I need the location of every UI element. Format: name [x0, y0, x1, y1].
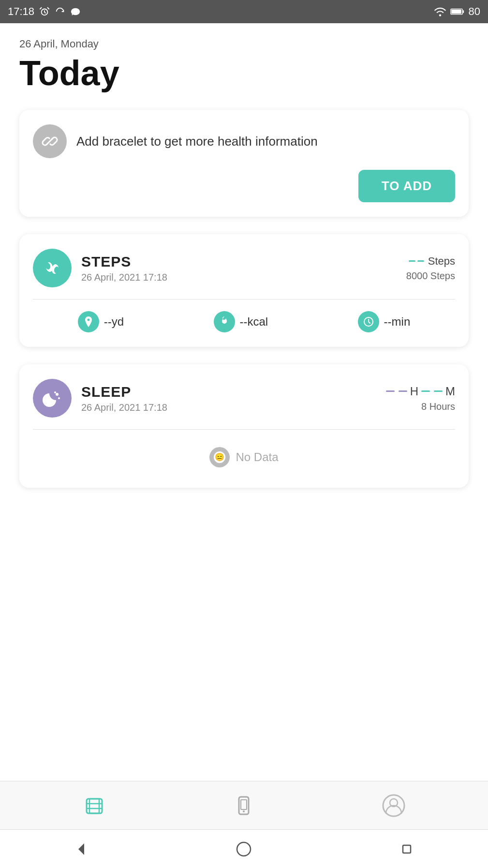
bracelet-card-top: Add bracelet to get more health informat… [33, 124, 455, 158]
sleep-card-header: SLEEP 26 April, 2021 17:18 H M 8 Hours [33, 379, 455, 418]
home-nav-icon [82, 793, 107, 818]
device-nav-icon [231, 793, 256, 818]
steps-title-group: STEPS 26 April, 2021 17:18 [81, 254, 167, 283]
bracelet-message: Add bracelet to get more health informat… [76, 133, 318, 150]
no-data-row: 😑 No Data [33, 441, 455, 473]
no-data-label: No Data [236, 450, 278, 464]
steps-legend: Steps 8000 Steps [406, 255, 455, 282]
sleep-title: SLEEP [81, 384, 167, 400]
date-label: 26 April, Monday [19, 38, 469, 50]
fire-icon [218, 315, 231, 328]
steps-legend-value: 8000 Steps [406, 270, 455, 282]
svg-rect-4 [451, 10, 461, 14]
location-icon-circle [78, 311, 99, 332]
steps-card-header: STEPS 26 April, 2021 17:18 Steps 8000 St… [33, 249, 455, 287]
home-button[interactable] [235, 840, 252, 858]
sleep-legend-h: H [410, 385, 418, 398]
stat-kcal: --kcal [214, 311, 268, 332]
time-display: 17:18 [8, 5, 34, 18]
stat-time: --min [358, 311, 411, 332]
battery-icon [450, 6, 465, 17]
android-nav-bar [0, 829, 488, 868]
steps-legend-label: Steps [406, 255, 455, 268]
no-data-face-icon: 😑 [213, 450, 226, 464]
steps-icon-circle [33, 249, 72, 287]
nav-item-device[interactable] [231, 793, 256, 818]
sleep-divider [33, 429, 455, 430]
recents-button[interactable] [398, 840, 415, 858]
svg-point-12 [54, 391, 56, 393]
bottom-nav [0, 781, 488, 829]
svg-rect-20 [241, 800, 247, 809]
stat-distance: --yd [78, 311, 124, 332]
sleep-legend: H M 8 Hours [385, 385, 455, 412]
page-title: Today [19, 54, 469, 92]
home-circle-icon [235, 840, 252, 858]
message-icon [70, 6, 81, 17]
stat-kcal-value: --kcal [240, 315, 268, 329]
wifi-icon [434, 6, 446, 17]
sleep-legend-value: 8 Hours [385, 401, 455, 412]
sleep-dash-purple-2 [399, 390, 407, 392]
fire-icon-circle [214, 311, 235, 332]
profile-nav-icon [381, 793, 406, 818]
nav-item-profile[interactable] [381, 793, 406, 818]
status-left: 17:18 [8, 5, 81, 18]
sleep-legend-m: M [445, 385, 455, 398]
nav-item-home[interactable] [82, 793, 107, 818]
sleep-card: SLEEP 26 April, 2021 17:18 H M 8 Hours [19, 364, 469, 488]
sleep-icon-circle [33, 379, 72, 418]
status-right: 80 [434, 5, 480, 18]
steps-title: STEPS [81, 254, 167, 270]
recents-icon [398, 840, 415, 858]
sleep-subtitle: 26 April, 2021 17:18 [81, 402, 167, 413]
sync-icon [55, 6, 65, 17]
alarm-icon [39, 6, 50, 17]
sleep-dash-purple-1 [386, 390, 395, 392]
stat-distance-value: --yd [104, 315, 124, 329]
sleep-title-group: SLEEP 26 April, 2021 17:18 [81, 384, 167, 413]
svg-marker-24 [78, 843, 84, 855]
clock-icon [362, 315, 375, 328]
svg-point-25 [237, 842, 251, 856]
location-icon [82, 315, 95, 328]
svg-point-11 [58, 397, 60, 399]
steps-header-left: STEPS 26 April, 2021 17:18 [33, 249, 167, 287]
footsteps-icon [41, 256, 64, 280]
svg-rect-3 [462, 10, 464, 13]
sleep-moon-icon [41, 387, 64, 410]
no-data-icon-circle: 😑 [209, 447, 230, 467]
clock-icon-circle [358, 311, 379, 332]
svg-rect-26 [403, 845, 411, 853]
back-icon [73, 840, 90, 858]
stat-time-value: --min [384, 315, 411, 329]
back-button[interactable] [73, 840, 90, 858]
svg-rect-16 [89, 799, 99, 813]
battery-level: 80 [469, 5, 480, 18]
svg-point-21 [243, 810, 245, 812]
steps-legend-dash [409, 260, 424, 262]
sleep-dash-teal-2 [434, 390, 443, 392]
sleep-header-left: SLEEP 26 April, 2021 17:18 [33, 379, 167, 418]
status-bar: 17:18 80 [0, 0, 488, 23]
to-add-button[interactable]: TO ADD [358, 170, 455, 202]
sleep-legend-hm: H M [385, 385, 455, 398]
steps-divider [33, 299, 455, 299]
bracelet-card-bottom: TO ADD [33, 170, 455, 202]
steps-card: STEPS 26 April, 2021 17:18 Steps 8000 St… [19, 234, 469, 347]
main-content: 26 April, Monday Today Add bracelet to g… [0, 23, 488, 781]
steps-stats-row: --yd --kcal --min [33, 311, 455, 332]
bracelet-card: Add bracelet to get more health informat… [19, 110, 469, 217]
svg-point-10 [56, 393, 59, 396]
steps-subtitle: 26 April, 2021 17:18 [81, 272, 167, 283]
link-icon [40, 132, 59, 151]
sleep-dash-teal-1 [421, 390, 430, 392]
bracelet-icon-circle [33, 124, 67, 158]
svg-text:😑: 😑 [215, 452, 224, 462]
